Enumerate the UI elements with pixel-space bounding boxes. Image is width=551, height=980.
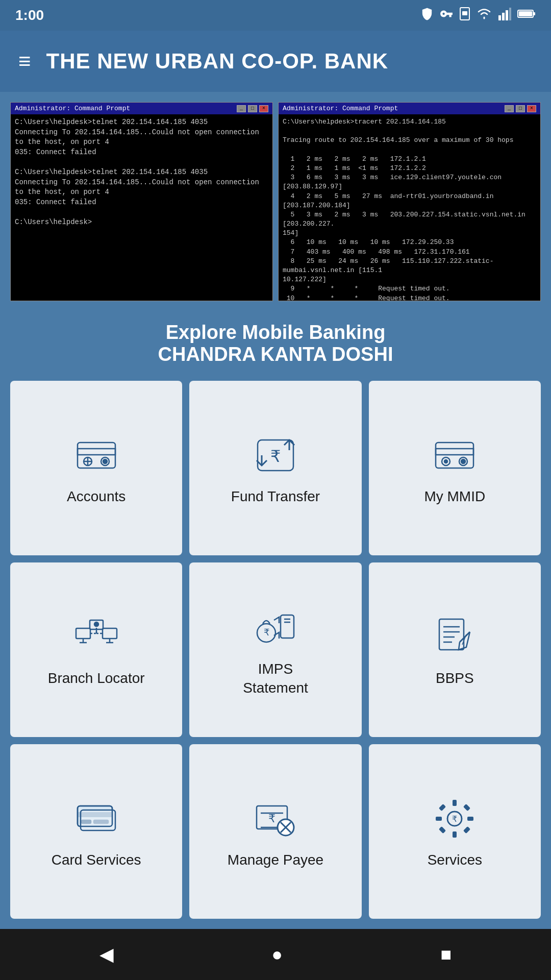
svg-point-23 [444,460,447,463]
services-grid: Accounts ₹ Fund Transfer [0,376,551,929]
svg-rect-8 [533,12,535,15]
cmd-close-left[interactable]: × [259,105,268,112]
explore-subtitle: CHANDRA KANTA DOSHI [10,344,541,365]
svg-point-35 [94,622,98,626]
svg-rect-10 [78,449,115,455]
services-icon: ₹ [427,796,483,842]
bbps-label: BBPS [436,669,474,688]
cmd-content-right: C:\Users\helpdesk>tracert 202.154.164.18… [279,114,540,301]
grid-item-manage-payee[interactable]: ₹ Manage Payee [189,744,361,919]
svg-point-25 [461,459,465,463]
fund-transfer-label: Fund Transfer [231,487,320,506]
app-title: THE NEW URBAN CO-OP. BANK [46,49,389,74]
back-button[interactable]: ◀ [99,944,114,965]
cmd-titlebar-left: Administrator: Command Prompt _ □ × [11,103,272,114]
svg-rect-67 [436,817,442,821]
card-services-label: Card Services [52,851,141,869]
cmd-close-right[interactable]: × [527,105,536,112]
key-icon [440,7,453,23]
svg-point-15 [103,459,107,463]
cmd-titlebar-right: Administrator: Command Prompt _ □ × [279,103,540,114]
accounts-label: Accounts [67,487,126,506]
grid-item-fund-transfer[interactable]: ₹ Fund Transfer [189,381,361,555]
svg-rect-65 [453,800,457,806]
status-time: 1:00 [15,7,44,23]
svg-rect-66 [453,831,457,838]
imps-statement-icon: ₹ [247,605,304,651]
svg-rect-69 [439,804,446,811]
my-mmid-icon [427,432,483,478]
grid-item-imps-statement[interactable]: ₹ IMPS Statement [189,562,361,737]
cmd-title-left: Administrator: Command Prompt [15,105,130,112]
svg-rect-71 [439,826,446,834]
grid-item-my-mmid[interactable]: My MMID [369,381,541,555]
cmd-minimize-right[interactable]: _ [505,105,514,112]
svg-rect-43 [439,619,464,650]
svg-rect-4 [506,10,508,20]
svg-rect-68 [467,817,473,821]
branch-locator-label: Branch Locator [48,669,145,688]
grid-item-accounts[interactable]: Accounts [10,381,182,555]
cmd-minimize-left[interactable]: _ [237,105,246,112]
signal-icon [498,7,511,23]
svg-text:₹: ₹ [270,447,281,465]
my-mmid-label: My MMID [424,487,485,506]
shield-icon [420,7,434,23]
services-label: Services [428,851,482,869]
imps-statement-label: IMPS Statement [243,660,308,697]
explore-title: Explore Mobile Banking [10,322,541,344]
manage-payee-label: Manage Payee [228,851,323,869]
grid-item-services[interactable]: ₹ Services [369,744,541,919]
grid-item-bbps[interactable]: BBPS [369,562,541,737]
svg-rect-55 [94,820,108,823]
status-bar: 1:00 [0,0,551,31]
grid-item-card-services[interactable]: Card Services [10,744,182,919]
cmd-window-right: Administrator: Command Prompt _ □ × C:\U… [278,102,541,301]
battery-icon [517,9,536,22]
svg-text:₹: ₹ [263,627,269,638]
status-icons [420,7,536,23]
menu-button[interactable]: ≡ [18,49,31,74]
card-services-icon [68,796,124,842]
svg-rect-3 [502,13,505,20]
svg-rect-2 [498,15,501,20]
cmd-maximize-right[interactable]: □ [516,105,525,112]
explore-section: Explore Mobile Banking CHANDRA KANTA DOS… [0,306,551,376]
cmd-window-left: Administrator: Command Prompt _ □ × C:\U… [10,102,273,301]
manage-payee-icon: ₹ [247,796,304,842]
wifi-icon [477,7,492,23]
svg-rect-1 [462,11,467,15]
svg-rect-29 [103,628,117,639]
svg-rect-72 [463,826,470,834]
app-header: ≡ THE NEW URBAN CO-OP. BANK [0,31,551,92]
svg-rect-53 [78,812,112,817]
svg-rect-54 [82,820,91,823]
bbps-icon [427,614,483,660]
cmd-area: Administrator: Command Prompt _ □ × C:\U… [0,92,551,306]
svg-rect-70 [463,804,470,811]
fund-transfer-icon: ₹ [247,432,304,478]
branch-locator-icon [68,614,124,660]
grid-item-branch-locator[interactable]: Branch Locator [10,562,182,737]
home-button[interactable]: ● [271,944,283,965]
svg-text:₹: ₹ [268,812,276,825]
svg-text:₹: ₹ [452,815,457,823]
cmd-content-left: C:\Users\helpdesk>telnet 202.154.164.185… [11,114,272,231]
svg-rect-26 [76,628,90,639]
bottom-navigation: ◀ ● ■ [0,929,551,980]
recent-button[interactable]: ■ [441,944,452,965]
svg-rect-21 [436,449,473,455]
cmd-maximize-left[interactable]: □ [248,105,257,112]
accounts-icon [68,432,124,478]
cmd-title-right: Administrator: Command Prompt [283,105,398,112]
sim-icon [459,7,470,23]
svg-rect-5 [509,8,511,20]
svg-rect-7 [519,11,532,16]
